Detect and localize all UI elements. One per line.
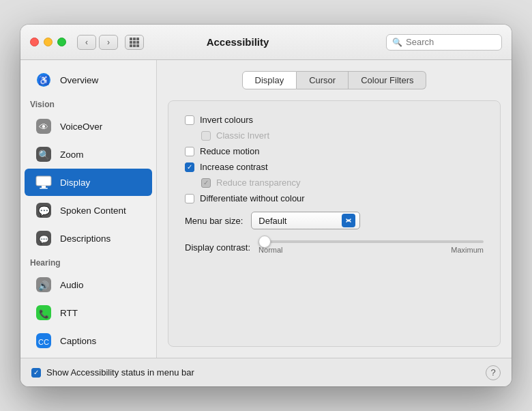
svg-rect-6 <box>36 176 51 186</box>
sidebar-item-captions-label: Captions <box>60 336 96 346</box>
sidebar-item-display-label: Display <box>60 178 90 188</box>
svg-text:👁: 👁 <box>39 122 48 132</box>
svg-text:CC: CC <box>38 338 49 346</box>
sidebar-item-zoom[interactable]: 🔍 Zoom <box>25 141 152 168</box>
differentiate-label: Differentiate without colour <box>200 193 305 203</box>
tab-display[interactable]: Display <box>242 71 297 89</box>
svg-text:🔊: 🔊 <box>38 280 50 292</box>
maximize-button[interactable] <box>57 38 66 46</box>
sidebar-item-spoken-content-label: Spoken Content <box>60 206 126 216</box>
slider-label-maximum: Maximum <box>451 246 484 254</box>
search-box[interactable]: 🔍 <box>386 34 502 51</box>
sidebar-item-rtt-label: RTT <box>60 308 78 318</box>
contrast-slider-thumb[interactable] <box>258 236 271 248</box>
differentiate-checkbox[interactable] <box>185 194 194 203</box>
select-arrow-icon <box>342 214 355 227</box>
increase-contrast-checkbox[interactable]: ✓ <box>185 162 194 172</box>
section-hearing: Hearing <box>20 253 156 270</box>
main-panel: Display Cursor Colour Filters Invert col… <box>157 60 512 358</box>
svg-text:💬: 💬 <box>38 206 50 217</box>
sidebar-item-spoken-content[interactable]: 💬 Spoken Content <box>25 197 152 224</box>
reduce-motion-checkbox[interactable] <box>185 147 194 156</box>
reduce-transparency-label: Reduce transparency <box>216 178 301 188</box>
display-contrast-row: Display contrast: Normal Maximum <box>185 240 484 254</box>
content-area: ♿ Overview Vision 👁 VoiceOver <box>20 60 512 358</box>
overview-icon: ♿ <box>34 70 53 89</box>
contrast-slider-container: Normal Maximum <box>258 240 484 254</box>
voiceover-icon: 👁 <box>34 117 53 136</box>
check-light-icon: ✓ <box>203 180 209 186</box>
tab-bar: Display Cursor Colour Filters <box>168 71 501 89</box>
sidebar-item-rtt[interactable]: 📞 RTT <box>25 299 152 326</box>
traffic-lights <box>30 38 66 46</box>
menu-bar-size-select[interactable]: Default <box>251 212 360 229</box>
tab-cursor[interactable]: Cursor <box>297 71 349 89</box>
setting-reduce-transparency: ✓ Reduce transparency <box>185 178 484 188</box>
sidebar-item-voiceover[interactable]: 👁 VoiceOver <box>25 113 152 140</box>
slider-track <box>258 240 484 243</box>
svg-text:📞: 📞 <box>39 309 49 319</box>
back-button[interactable]: ‹ <box>77 35 96 50</box>
section-vision: Vision <box>20 94 156 112</box>
svg-text:🔍: 🔍 <box>38 150 50 161</box>
checkmark-icon: ✓ <box>187 164 192 171</box>
setting-differentiate: Differentiate without colour <box>185 193 484 203</box>
tab-colour-filters[interactable]: Colour Filters <box>349 71 426 89</box>
sidebar-item-descriptions[interactable]: 💬 Descriptions <box>25 225 152 252</box>
settings-area: Invert colours Classic Invert Reduce mot… <box>168 100 501 347</box>
classic-invert-checkbox[interactable] <box>201 131 211 141</box>
spoken-content-icon: 💬 <box>34 201 53 220</box>
reduce-motion-label: Reduce motion <box>200 146 259 156</box>
sidebar-item-overview[interactable]: ♿ Overview <box>25 66 152 94</box>
titlebar: ‹ › Accessibility 🔍 <box>20 25 512 60</box>
menu-bar-size-value: Default <box>258 216 286 226</box>
reduce-transparency-checkbox[interactable]: ✓ <box>201 178 211 188</box>
descriptions-icon: 💬 <box>34 229 53 248</box>
audio-icon: 🔊 <box>34 275 53 294</box>
sidebar-item-audio[interactable]: 🔊 Audio <box>25 271 152 298</box>
sidebar: ♿ Overview Vision 👁 VoiceOver <box>20 60 157 358</box>
sidebar-item-captions[interactable]: CC Captions <box>25 327 152 354</box>
main-window: ‹ › Accessibility 🔍 ♿ <box>20 25 512 386</box>
display-icon <box>34 173 53 192</box>
menu-bar-size-row: Menu bar size: Default <box>185 212 484 229</box>
search-icon: 🔍 <box>392 38 402 47</box>
setting-classic-invert: Classic Invert <box>185 130 484 141</box>
classic-invert-label: Classic Invert <box>216 130 269 141</box>
menu-bar-status-checkbox[interactable]: ✓ <box>31 368 41 378</box>
setting-reduce-motion: Reduce motion <box>185 146 484 156</box>
minimize-button[interactable] <box>44 38 53 46</box>
sidebar-item-overview-label: Overview <box>60 75 98 85</box>
window-title: Accessibility <box>96 36 379 48</box>
bottom-bar: ✓ Show Accessibility status in menu bar … <box>20 358 512 386</box>
increase-contrast-label: Increase contrast <box>200 162 268 172</box>
sidebar-item-display[interactable]: Display <box>25 169 152 196</box>
invert-colours-label: Invert colours <box>200 115 253 125</box>
setting-invert-colours: Invert colours <box>185 115 484 125</box>
svg-rect-7 <box>42 186 46 188</box>
slider-labels: Normal Maximum <box>258 246 484 254</box>
search-input[interactable] <box>406 37 496 47</box>
help-icon: ? <box>490 367 495 378</box>
svg-rect-8 <box>40 188 48 189</box>
menu-bar-size-label: Menu bar size: <box>185 216 243 226</box>
display-contrast-label: Display contrast: <box>185 242 250 253</box>
captions-icon: CC <box>34 331 53 350</box>
svg-text:♿: ♿ <box>38 74 50 86</box>
setting-increase-contrast: ✓ Increase contrast <box>185 162 484 172</box>
svg-text:💬: 💬 <box>39 234 49 244</box>
bottom-checkmark-icon: ✓ <box>33 369 39 376</box>
zoom-icon: 🔍 <box>34 145 53 164</box>
sidebar-item-voiceover-label: VoiceOver <box>60 122 102 132</box>
sidebar-item-descriptions-label: Descriptions <box>60 233 110 244</box>
close-button[interactable] <box>30 38 39 46</box>
sidebar-item-zoom-label: Zoom <box>60 150 84 160</box>
bottom-label: Show Accessibility status in menu bar <box>46 367 194 378</box>
sidebar-item-audio-label: Audio <box>60 280 84 290</box>
invert-colours-checkbox[interactable] <box>185 115 194 125</box>
rtt-icon: 📞 <box>34 303 53 322</box>
help-button[interactable]: ? <box>486 365 501 380</box>
